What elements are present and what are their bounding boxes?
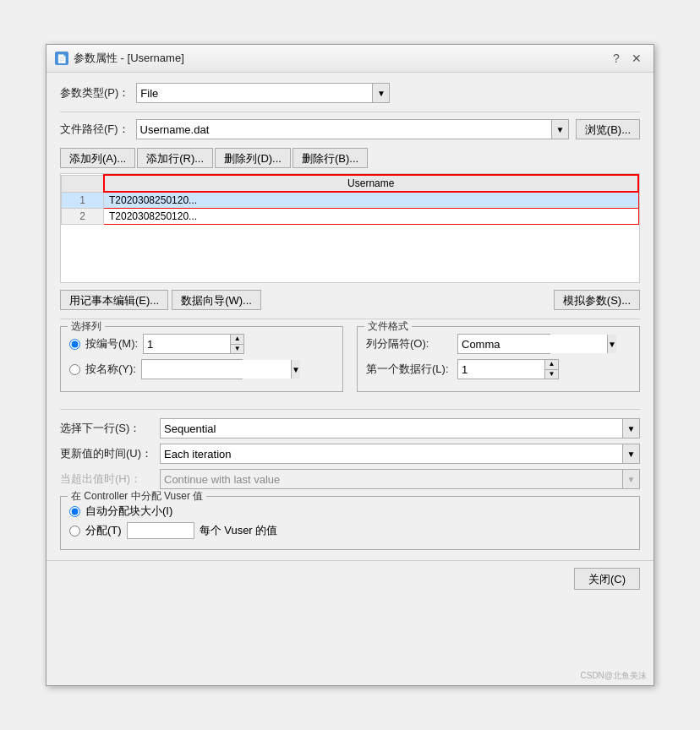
bottom-buttons-left: 用记事本编辑(E)... 数据向导(W)... bbox=[60, 290, 261, 310]
next-row-combo[interactable]: ▼ bbox=[160, 418, 640, 439]
simulate-button[interactable]: 模拟参数(S)... bbox=[554, 290, 640, 310]
dialog-title: 参数属性 - [Username] bbox=[74, 51, 184, 66]
divider-2 bbox=[60, 319, 640, 319]
param-type-input[interactable] bbox=[137, 84, 372, 102]
browse-button[interactable]: 浏览(B)... bbox=[576, 119, 640, 139]
toolbar-row: 添加列(A)... 添加行(R)... 删除列(D)... 删除行(B)... bbox=[60, 148, 640, 168]
separator-label: 列分隔符(O): bbox=[366, 336, 451, 351]
separator-input[interactable] bbox=[458, 335, 607, 353]
file-path-input[interactable] bbox=[137, 120, 551, 139]
param-type-row: 参数类型(P)： ▼ bbox=[60, 83, 640, 103]
bottom-section: 选择下一行(S)： ▼ 更新值的时间(U)： ▼ 当超出值时(H)： bbox=[60, 418, 640, 489]
table-row[interactable]: 2 T2020308250120... bbox=[62, 209, 639, 225]
divider-1 bbox=[60, 112, 640, 112]
select-col-title: 选择列 bbox=[68, 319, 105, 334]
data-table-container: Username 1 T2020308250120... 2 T20203082… bbox=[60, 173, 640, 283]
bottom-buttons-row: 用记事本编辑(E)... 数据向导(W)... 模拟参数(S)... bbox=[60, 290, 640, 310]
update-input[interactable] bbox=[161, 444, 622, 463]
timeout-input bbox=[161, 470, 622, 488]
next-row-row: 选择下一行(S)： ▼ bbox=[60, 418, 640, 439]
title-bar-left: 📄 参数属性 - [Username] bbox=[55, 51, 184, 66]
update-arrow[interactable]: ▼ bbox=[622, 444, 639, 463]
manual-suffix: 每个 Vuser 的值 bbox=[200, 523, 278, 538]
by-name-arrow[interactable]: ▼ bbox=[291, 360, 300, 379]
manual-input[interactable] bbox=[127, 522, 194, 539]
close-button[interactable]: 关闭(C) bbox=[574, 568, 640, 590]
manual-radio-label: 分配(T) bbox=[85, 523, 122, 538]
by-name-label: 按名称(Y): bbox=[85, 362, 136, 377]
by-num-label: 按编号(M): bbox=[85, 336, 138, 351]
by-num-up[interactable]: ▲ bbox=[231, 335, 243, 345]
by-name-radio[interactable] bbox=[69, 364, 80, 375]
by-num-input[interactable] bbox=[144, 335, 230, 353]
by-num-down[interactable]: ▼ bbox=[231, 345, 243, 354]
auto-radio-row: 自动分配块大小(I) bbox=[69, 504, 631, 519]
by-num-row: 按编号(M): ▲ ▼ bbox=[69, 334, 334, 354]
data-wizard-button[interactable]: 数据向导(W)... bbox=[172, 290, 261, 310]
watermark: CSDN@北鱼美沫 bbox=[581, 670, 648, 682]
param-type-arrow[interactable]: ▼ bbox=[372, 84, 389, 102]
file-path-label: 文件路径(F)： bbox=[60, 122, 129, 137]
file-format-group: 文件格式 列分隔符(O): ▼ 第一个数据行(L): bbox=[357, 326, 640, 392]
file-format-panel: 文件格式 列分隔符(O): ▼ 第一个数据行(L): bbox=[357, 326, 640, 400]
update-label: 更新值的时间(U)： bbox=[60, 446, 153, 461]
row-value: T2020308250120... bbox=[104, 192, 639, 209]
file-format-title: 文件格式 bbox=[364, 319, 412, 334]
row-num: 1 bbox=[62, 192, 104, 209]
row-num: 2 bbox=[62, 209, 104, 225]
param-type-label: 参数类型(P)： bbox=[60, 85, 129, 101]
spinbox-arrows-data: ▲ ▼ bbox=[544, 360, 558, 379]
select-col-panel: 选择列 按编号(M): ▲ ▼ bbox=[60, 326, 343, 400]
next-row-input[interactable] bbox=[161, 419, 622, 438]
separator-row: 列分隔符(O): ▼ bbox=[366, 334, 631, 354]
next-row-label: 选择下一行(S)： bbox=[60, 421, 153, 436]
timeout-combo: ▼ bbox=[160, 469, 640, 489]
manual-radio-row: 分配(T) 每个 Vuser 的值 bbox=[69, 522, 631, 539]
by-name-input[interactable] bbox=[142, 360, 291, 379]
separator-combo[interactable]: ▼ bbox=[457, 334, 550, 354]
timeout-label: 当超出值时(H)： bbox=[60, 471, 153, 487]
first-data-input[interactable] bbox=[458, 360, 544, 379]
file-path-row: 文件路径(F)： ▼ 浏览(B)... bbox=[60, 119, 640, 139]
add-row-button[interactable]: 添加行(R)... bbox=[137, 148, 213, 168]
next-row-arrow[interactable]: ▼ bbox=[622, 419, 639, 438]
by-name-combo[interactable]: ▼ bbox=[141, 359, 243, 379]
data-table: Username 1 T2020308250120... 2 T20203082… bbox=[61, 174, 639, 225]
dialog-footer: 关闭(C) bbox=[46, 560, 654, 598]
first-data-down[interactable]: ▼ bbox=[545, 370, 558, 379]
controller-group-title: 在 Controller 中分配 Vuser 值 bbox=[68, 489, 206, 504]
auto-radio[interactable] bbox=[69, 506, 80, 517]
file-path-combo[interactable]: ▼ bbox=[136, 119, 569, 139]
two-panel: 选择列 按编号(M): ▲ ▼ bbox=[60, 326, 640, 400]
first-data-row: 第一个数据行(L): ▲ ▼ bbox=[366, 359, 631, 379]
divider-3 bbox=[60, 409, 640, 410]
first-data-up[interactable]: ▲ bbox=[545, 360, 558, 370]
title-bar-controls: ? ✕ bbox=[608, 50, 645, 67]
spinbox-arrows-num: ▲ ▼ bbox=[230, 335, 243, 353]
first-data-label: 第一个数据行(L): bbox=[366, 362, 451, 377]
param-type-combo[interactable]: ▼ bbox=[136, 83, 390, 103]
row-value: T2020308250120... bbox=[104, 209, 639, 225]
file-path-arrow[interactable]: ▼ bbox=[551, 120, 568, 139]
select-col-group: 选择列 按编号(M): ▲ ▼ bbox=[60, 326, 343, 392]
close-title-button[interactable]: ✕ bbox=[628, 50, 645, 67]
by-num-spinbox[interactable]: ▲ ▼ bbox=[143, 334, 244, 354]
update-row: 更新值的时间(U)： ▼ bbox=[60, 444, 640, 464]
first-data-spinbox[interactable]: ▲ ▼ bbox=[457, 359, 559, 379]
app-icon: 📄 bbox=[55, 52, 68, 65]
help-button[interactable]: ? bbox=[608, 50, 625, 67]
update-combo[interactable]: ▼ bbox=[160, 444, 640, 464]
controller-group: 在 Controller 中分配 Vuser 值 自动分配块大小(I) 分配(T… bbox=[60, 496, 640, 550]
manual-radio[interactable] bbox=[69, 526, 80, 537]
by-num-radio[interactable] bbox=[69, 339, 80, 350]
separator-arrow[interactable]: ▼ bbox=[607, 335, 616, 353]
table-row[interactable]: 1 T2020308250120... bbox=[62, 192, 639, 209]
del-col-button[interactable]: 删除列(D)... bbox=[215, 148, 291, 168]
main-dialog: 📄 参数属性 - [Username] ? ✕ 参数类型(P)： ▼ 文件路径(… bbox=[46, 44, 654, 686]
by-name-row: 按名称(Y): ▼ bbox=[69, 359, 334, 379]
del-row-button[interactable]: 删除行(B)... bbox=[293, 148, 368, 168]
notepad-button[interactable]: 用记事本编辑(E)... bbox=[60, 290, 168, 310]
auto-radio-label: 自动分配块大小(I) bbox=[85, 504, 172, 519]
timeout-row: 当超出值时(H)： ▼ bbox=[60, 469, 640, 489]
add-col-button[interactable]: 添加列(A)... bbox=[60, 148, 135, 168]
